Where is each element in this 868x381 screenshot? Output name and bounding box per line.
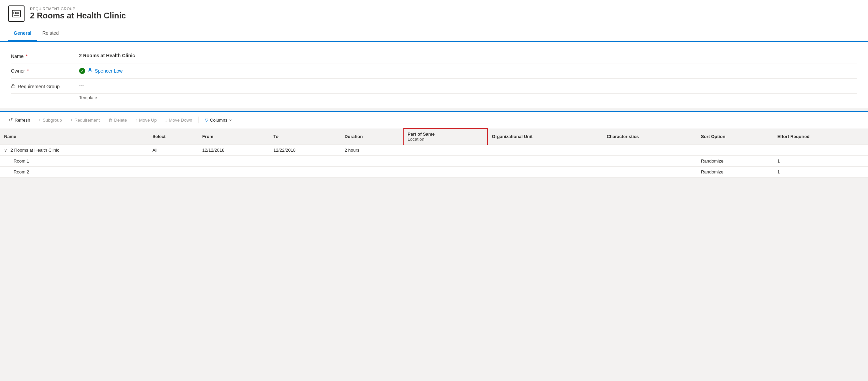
required-star-owner: * xyxy=(27,68,29,74)
cell-from-group: 12/12/2018 xyxy=(198,145,269,156)
add-requirement-icon: + xyxy=(70,118,73,123)
cell-to-room2 xyxy=(269,167,341,178)
cell-to-group: 12/22/2018 xyxy=(269,145,341,156)
data-table: Name Select From To Duration Part of Sam… xyxy=(0,128,868,178)
refresh-button[interactable]: ↺ Refresh xyxy=(5,116,34,124)
cell-duration-room1 xyxy=(341,156,403,167)
delete-button[interactable]: 🗑 Delete xyxy=(105,116,131,124)
cell-orgunit-group xyxy=(488,145,603,156)
header-text: REQUIREMENT GROUP 2 Rooms at Health Clin… xyxy=(30,7,126,20)
cell-from-room2 xyxy=(198,167,269,178)
moveup-button[interactable]: ↑ Move Up xyxy=(132,116,160,124)
cell-partofsame-room2 xyxy=(403,167,488,178)
cell-duration-room2 xyxy=(341,167,403,178)
requirement-button[interactable]: + Requirement xyxy=(67,116,103,124)
cell-sortoption-room1: Randomize xyxy=(697,156,773,167)
label-owner: Owner * xyxy=(11,67,79,74)
add-subgroup-icon: + xyxy=(39,118,41,123)
delete-icon: 🗑 xyxy=(108,118,113,123)
table-row[interactable]: ∨ 2 Rooms at Health Clinic All 12/12/201… xyxy=(0,145,868,156)
cell-orgunit-room1 xyxy=(488,156,603,167)
person-icon xyxy=(87,67,93,74)
cell-to-room1 xyxy=(269,156,341,167)
col-header-characteristics: Characteristics xyxy=(603,128,697,145)
col-header-select: Select xyxy=(148,128,198,145)
subgroup-button[interactable]: + Subgroup xyxy=(35,116,65,124)
col-header-effort-required: Effort Required xyxy=(773,128,868,145)
form-row-owner: Owner * ✓ Spencer Low xyxy=(11,63,857,79)
chevron-down-icon: ∨ xyxy=(229,118,232,122)
moveup-icon: ↑ xyxy=(135,118,137,123)
page-header: REQUIREMENT GROUP 2 Rooms at Health Clin… xyxy=(0,0,868,26)
col-header-duration: Duration xyxy=(341,128,403,145)
columns-button[interactable]: ▽ Columns ∨ xyxy=(201,116,235,124)
cell-duration-group: 2 hours xyxy=(341,145,403,156)
cell-characteristics-group xyxy=(603,145,697,156)
cell-name-group: ∨ 2 Rooms at Health Clinic xyxy=(0,145,148,156)
tab-general[interactable]: General xyxy=(8,26,37,41)
movedown-button[interactable]: ↓ Move Down xyxy=(162,116,196,124)
page-title: 2 Rooms at Health Clinic xyxy=(30,11,126,20)
col-header-sort-option: Sort Option xyxy=(697,128,773,145)
tabs-bar: General Related xyxy=(0,26,868,41)
toolbar-separator xyxy=(198,117,199,123)
check-circle-icon: ✓ xyxy=(79,68,85,74)
cell-effort-room1: 1 xyxy=(773,156,868,167)
col-header-to: To xyxy=(269,128,341,145)
form-section: Name * 2 Rooms at Health Clinic Owner * … xyxy=(0,42,868,108)
value-template: --- xyxy=(79,83,857,88)
entity-type-label: REQUIREMENT GROUP xyxy=(30,7,126,11)
cell-name-room2: Room 2 xyxy=(0,167,148,178)
svg-point-1 xyxy=(14,12,16,14)
cell-name-room1: Room 1 xyxy=(0,156,148,167)
cell-orgunit-room2 xyxy=(488,167,603,178)
movedown-icon: ↓ xyxy=(165,118,167,123)
table-row[interactable]: Room 1 Randomize 1 xyxy=(0,156,868,167)
cell-characteristics-room2 xyxy=(603,167,697,178)
col-header-part-of-same: Part of Same Location xyxy=(403,128,488,145)
required-star-name: * xyxy=(26,54,27,59)
grid-section: ↺ Refresh + Subgroup + Requirement 🗑 Del… xyxy=(0,111,868,178)
cell-select-room2 xyxy=(148,167,198,178)
table-header-row: Name Select From To Duration Part of Sam… xyxy=(0,128,868,145)
entity-icon xyxy=(8,5,25,22)
cell-select-room1 xyxy=(148,156,198,167)
cell-sortoption-room2: Randomize xyxy=(697,167,773,178)
svg-rect-6 xyxy=(12,86,15,88)
cell-from-room1 xyxy=(198,156,269,167)
filter-icon: ▽ xyxy=(205,118,208,123)
cell-effort-room2: 1 xyxy=(773,167,868,178)
template-label-second-line: Template xyxy=(11,95,857,100)
col-header-name: Name xyxy=(0,128,148,145)
form-row-name: Name * 2 Rooms at Health Clinic xyxy=(11,49,857,63)
cell-characteristics-room1 xyxy=(603,156,697,167)
lock-icon xyxy=(11,83,16,89)
label-name: Name * xyxy=(11,53,79,59)
cell-effort-group xyxy=(773,145,868,156)
label-template: Requirement Group xyxy=(11,83,79,89)
cell-partofsame-group xyxy=(403,145,488,156)
expand-icon: ∨ xyxy=(4,148,7,153)
grid-toolbar: ↺ Refresh + Subgroup + Requirement 🗑 Del… xyxy=(0,112,868,128)
tab-related[interactable]: Related xyxy=(37,26,64,41)
refresh-icon: ↺ xyxy=(9,117,13,123)
owner-link[interactable]: Spencer Low xyxy=(95,68,123,74)
cell-select-group: All xyxy=(148,145,198,156)
table-row[interactable]: Room 2 Randomize 1 xyxy=(0,167,868,178)
value-name: 2 Rooms at Health Clinic xyxy=(79,53,857,58)
form-row-template: Requirement Group --- xyxy=(11,79,857,94)
cell-partofsame-room1 xyxy=(403,156,488,167)
cell-sortoption-group xyxy=(697,145,773,156)
col-header-org-unit: Organizational Unit xyxy=(488,128,603,145)
col-header-from: From xyxy=(198,128,269,145)
svg-point-5 xyxy=(89,68,91,70)
value-owner: ✓ Spencer Low xyxy=(79,67,857,74)
